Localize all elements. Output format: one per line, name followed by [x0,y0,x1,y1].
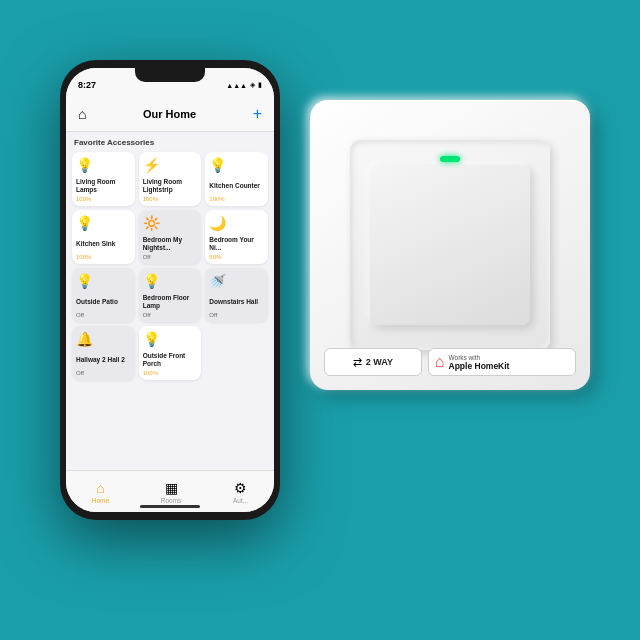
tab-auto-label: Aut... [233,497,248,504]
lamp-icon: 💡 [76,157,131,173]
status-time: 8:27 [78,80,96,90]
tile-label: Outside Front Porch [143,352,198,368]
hall-icon: 🚿 [209,273,264,289]
tab-home-label: Home [92,497,109,504]
nav-title: Our Home [143,108,196,120]
tile-status: 100% [209,196,264,202]
counter-icon: 💡 [209,157,264,173]
tab-rooms[interactable]: ▦ Rooms [161,480,182,504]
tile-bedroom-floor-lamp[interactable]: 💡 Bedroom Floor Lamp Off [139,268,202,322]
smart-switch: ⇄ 2 WAY ⌂ Works with Apple HomeKit [310,100,590,390]
status-icons: ▲▲▲ ◈ ▮ [226,81,262,89]
add-accessory-button[interactable]: + [253,105,262,123]
switch-body: ⇄ 2 WAY ⌂ Works with Apple HomeKit [310,100,590,390]
switch-labels: ⇄ 2 WAY ⌂ Works with Apple HomeKit [324,348,576,376]
switch-led-indicator [440,156,460,162]
tile-label: Bedroom Floor Lamp [143,294,198,310]
battery-icon: ▮ [258,81,262,89]
signal-icon: ▲▲▲ [226,82,247,89]
tile-living-room-lightstrip[interactable]: ⚡ Living Room Lightstrip 100% [139,152,202,206]
tile-status: 100% [76,254,131,260]
tile-status: 100% [143,370,198,376]
tile-label: Living Room Lamps [76,178,131,194]
tile-status: 100% [76,196,131,202]
tile-status: Off [76,312,131,318]
tile-status: 60% [209,254,264,260]
tile-living-room-lamps[interactable]: 💡 Living Room Lamps 100% [72,152,135,206]
two-way-label: 2 WAY [366,357,393,368]
home-indicator [140,505,200,508]
homekit-works-label: Works with [449,354,510,361]
homekit-name-label: Apple HomeKit [449,361,510,371]
tile-status: Off [76,370,131,376]
home-icon[interactable]: ⌂ [78,106,86,122]
tile-outside-patio[interactable]: 💡 Outside Patio Off [72,268,135,322]
tab-home[interactable]: ⌂ Home [92,480,109,504]
tile-label: Downstairs Hall [209,298,264,306]
phone-content: Favorite Accessories 💡 Living Room Lamps… [66,132,274,470]
tile-status: Off [143,312,198,318]
tile-status: Off [143,254,198,260]
lightstrip-icon: ⚡ [143,157,198,173]
patio-icon: 💡 [76,273,131,289]
tile-kitchen-counter[interactable]: 💡 Kitchen Counter 100% [205,152,268,206]
two-way-icon: ⇄ [353,356,362,369]
your-nightstand-icon: 🌙 [209,215,264,231]
tile-status: Off [209,312,264,318]
tile-label: Bedroom Your Ni... [209,236,264,252]
tile-label: Living Room Lightstrip [143,178,198,194]
tile-downstairs-hall[interactable]: 🚿 Downstairs Hall Off [205,268,268,322]
tab-rooms-label: Rooms [161,497,182,504]
wifi-icon: ◈ [250,81,255,89]
homekit-text: Works with Apple HomeKit [449,354,510,371]
home-tab-icon: ⌂ [96,480,104,496]
scene: 8:27 ▲▲▲ ◈ ▮ ⌂ Our Home + Favorite Acces… [30,40,610,600]
tile-status: 100% [143,196,198,202]
tile-outside-front-porch[interactable]: 💡 Outside Front Porch 100% [139,326,202,380]
tile-label: Outside Patio [76,298,131,306]
homekit-icon: ⌂ [435,353,445,371]
sink-icon: 💡 [76,215,131,231]
floor-lamp-icon: 💡 [143,273,198,289]
phone-notch [135,68,205,82]
switch-plate [350,140,550,350]
tile-kitchen-sink[interactable]: 💡 Kitchen Sink 100% [72,210,135,264]
auto-tab-icon: ⚙ [234,480,247,496]
tile-label: Kitchen Sink [76,240,131,248]
two-way-badge: ⇄ 2 WAY [324,348,422,376]
phone-screen: 8:27 ▲▲▲ ◈ ▮ ⌂ Our Home + Favorite Acces… [66,68,274,512]
rooms-tab-icon: ▦ [165,480,178,496]
nav-bar: ⌂ Our Home + [66,96,274,132]
tab-automations[interactable]: ⚙ Aut... [233,480,248,504]
hallway-icon: 🔔 [76,331,131,347]
tile-label: Bedroom My Nightst... [143,236,198,252]
phone: 8:27 ▲▲▲ ◈ ▮ ⌂ Our Home + Favorite Acces… [60,60,280,520]
tile-label: Kitchen Counter [209,182,264,190]
tile-label: Hallway 2 Hall 2 [76,356,131,364]
homekit-badge: ⌂ Works with Apple HomeKit [428,348,576,376]
section-title: Favorite Accessories [72,138,268,147]
accessories-grid: 💡 Living Room Lamps 100% ⚡ Living Room L… [72,152,268,380]
tile-bedroom-your-nightstand[interactable]: 🌙 Bedroom Your Ni... 60% [205,210,268,264]
nightstand-icon: 🔆 [143,215,198,231]
tile-hallway-2[interactable]: 🔔 Hallway 2 Hall 2 Off [72,326,135,380]
tile-bedroom-nightstand[interactable]: 🔆 Bedroom My Nightst... Off [139,210,202,264]
switch-button[interactable] [370,165,530,325]
front-porch-icon: 💡 [143,331,198,347]
